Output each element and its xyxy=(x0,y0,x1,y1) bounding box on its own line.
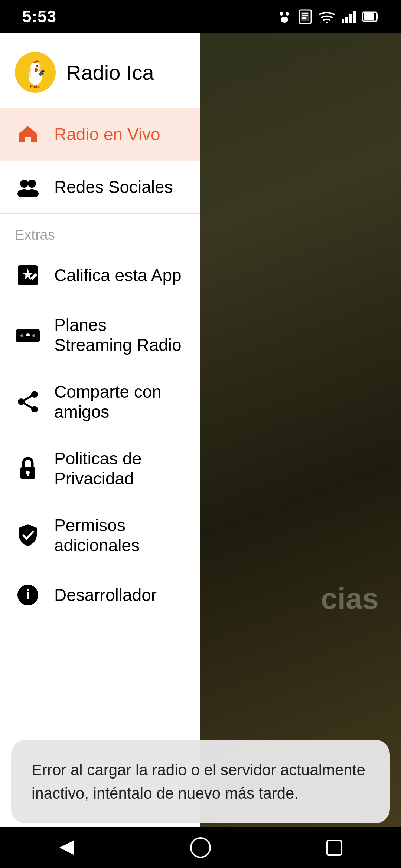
svg-rect-32 xyxy=(25,336,31,338)
svg-point-20 xyxy=(36,65,38,67)
recent-button[interactable] xyxy=(319,833,349,862)
svg-point-33 xyxy=(20,334,23,337)
nav-item-desarrollador[interactable]: i Desarrollador xyxy=(0,569,200,621)
nav-label-califica-app: Califica esta App xyxy=(54,265,182,285)
home-icon xyxy=(15,121,41,147)
svg-rect-5 xyxy=(302,13,308,14)
svg-point-8 xyxy=(326,22,328,23)
svg-rect-15 xyxy=(377,14,378,19)
status-bar: 5:53 xyxy=(0,0,401,33)
svg-point-25 xyxy=(28,180,36,188)
extras-label: Extras xyxy=(0,214,200,249)
rate-icon xyxy=(15,262,41,288)
svg-rect-9 xyxy=(342,19,344,23)
svg-rect-7 xyxy=(302,17,306,19)
status-icons xyxy=(277,9,379,24)
svg-rect-6 xyxy=(302,15,308,16)
toast-notification: Error al cargar la radio o el servidor a… xyxy=(11,740,390,823)
svg-rect-42 xyxy=(27,473,29,476)
signal-icon xyxy=(342,10,356,23)
share-icon xyxy=(15,389,41,415)
svg-point-1 xyxy=(286,12,289,16)
back-button[interactable] xyxy=(52,833,82,862)
svg-line-38 xyxy=(21,394,35,402)
svg-rect-12 xyxy=(353,11,356,23)
people-icon xyxy=(15,174,41,200)
svg-point-21 xyxy=(37,65,38,66)
wifi-icon xyxy=(319,10,335,23)
svg-rect-14 xyxy=(364,13,374,20)
notification-icon xyxy=(277,9,292,24)
svg-marker-45 xyxy=(59,840,74,855)
svg-line-39 xyxy=(21,402,35,409)
svg-point-22 xyxy=(35,68,38,72)
nav-label-desarrollador: Desarrollador xyxy=(54,585,157,605)
info-icon: i xyxy=(15,582,41,608)
home-button[interactable] xyxy=(186,833,215,862)
status-time: 5:53 xyxy=(22,7,56,26)
drawer-overlay: Radio Radio Ica Radio en Vivo xyxy=(0,33,401,868)
svg-text:Radio: Radio xyxy=(30,85,40,89)
svg-point-2 xyxy=(281,17,288,23)
nav-label-politicas-privacidad: Politicas de Privacidad xyxy=(54,448,186,489)
svg-point-34 xyxy=(32,334,35,337)
nav-label-planes-streaming: Planes Streaming Radio xyxy=(54,315,186,355)
battery-icon xyxy=(362,10,379,23)
drawer-header: Radio Radio Ica xyxy=(0,33,200,108)
nav-item-redes-sociales[interactable]: Redes Sociales xyxy=(0,161,200,213)
svg-rect-10 xyxy=(345,17,348,23)
nav-item-comparte-amigos[interactable]: Comparte con amigos xyxy=(0,368,200,435)
nav-item-radio-en-vivo[interactable]: Radio en Vivo xyxy=(0,108,200,161)
app-name-label: Radio Ica xyxy=(66,60,154,85)
streaming-icon xyxy=(15,322,41,348)
app-logo: Radio xyxy=(15,52,56,93)
nav-label-permisos-adicionales: Permisos adicionales xyxy=(54,515,186,555)
toast-message: Error al cargar la radio o el servidor a… xyxy=(32,761,365,802)
svg-point-24 xyxy=(20,180,28,188)
svg-rect-47 xyxy=(327,841,342,855)
svg-point-0 xyxy=(280,12,283,16)
nav-label-comparte-amigos: Comparte con amigos xyxy=(54,382,186,422)
nav-label-redes-sociales: Redes Sociales xyxy=(54,177,173,197)
nav-item-califica-app[interactable]: Califica esta App xyxy=(0,249,200,302)
svg-text:i: i xyxy=(26,587,30,602)
bottom-navigation-bar xyxy=(0,827,401,868)
lock-icon xyxy=(15,456,41,481)
shield-icon xyxy=(15,522,41,548)
svg-rect-11 xyxy=(349,14,352,23)
svg-point-46 xyxy=(191,838,210,857)
nav-item-politicas-privacidad[interactable]: Politicas de Privacidad xyxy=(0,435,200,502)
nav-label-radio-en-vivo: Radio en Vivo xyxy=(54,124,160,144)
sim-icon xyxy=(299,9,312,24)
nav-item-planes-streaming[interactable]: Planes Streaming Radio xyxy=(0,302,200,368)
nav-item-permisos-adicionales[interactable]: Permisos adicionales xyxy=(0,502,200,569)
